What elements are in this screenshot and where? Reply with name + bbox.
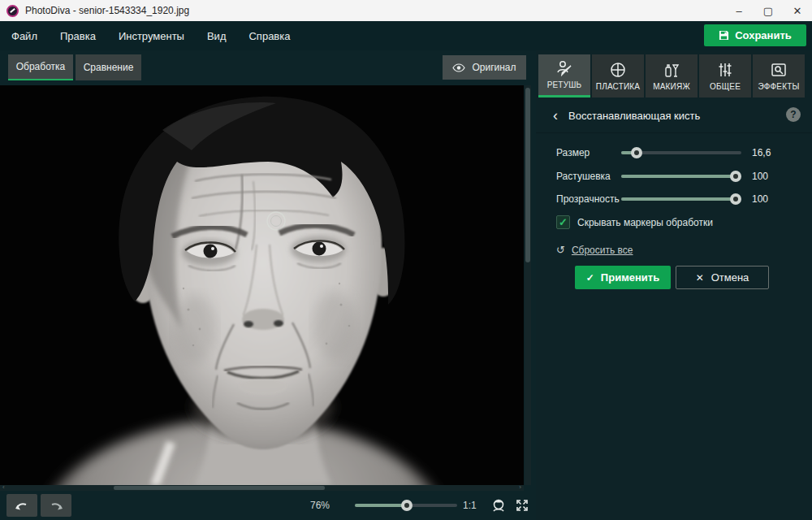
fit-face-button[interactable] <box>489 496 508 515</box>
zoom-slider-fill <box>355 504 407 507</box>
undo-icon <box>15 500 29 510</box>
tab-general[interactable]: ОБЩЕЕ <box>699 54 751 98</box>
opacity-label: Прозрачность <box>556 193 620 205</box>
vertical-scrollbar[interactable] <box>525 85 531 485</box>
original-button[interactable]: Оригинал <box>443 55 526 80</box>
menu-help[interactable]: Справка <box>237 21 301 50</box>
tab-retouch-label: РЕТУШЬ <box>547 80 582 89</box>
slider-row-feather: Растушевка 100 <box>536 168 812 184</box>
tab-effects-label: ЭФФЕКТЫ <box>758 82 799 91</box>
size-slider-thumb[interactable] <box>631 147 642 158</box>
hide-markers-checkbox[interactable]: ✓ <box>556 215 570 229</box>
tool-header: ‹ Восстанавливающая кисть ? <box>536 98 812 133</box>
feather-value: 100 <box>752 171 768 182</box>
cancel-button[interactable]: ✕ Отмена <box>676 266 769 289</box>
close-x-icon: ✕ <box>696 272 704 284</box>
opacity-value: 100 <box>752 193 768 205</box>
opacity-slider-fill <box>621 197 736 201</box>
fullscreen-button[interactable] <box>514 497 530 514</box>
face-icon <box>491 498 506 513</box>
zoom-1-1-button[interactable]: 1:1 <box>463 500 477 511</box>
plastic-icon <box>610 62 626 78</box>
reset-icon: ↺ <box>556 244 565 256</box>
tab-effects[interactable]: ЭФФЕКТЫ <box>753 54 805 98</box>
photodiva-logo-icon <box>6 5 19 17</box>
help-button[interactable]: ? <box>786 107 801 122</box>
effects-icon <box>771 62 787 78</box>
fullscreen-icon <box>516 499 529 512</box>
save-icon <box>719 30 729 41</box>
menu-edit[interactable]: Правка <box>49 21 107 50</box>
feather-slider-fill <box>621 175 736 178</box>
slider-row-opacity: Прозрачность 100 <box>536 191 812 207</box>
tab-general-label: ОБЩЕЕ <box>710 82 741 91</box>
menu-tools[interactable]: Инструменты <box>107 21 196 50</box>
tab-makeup-label: МАКИЯЖ <box>653 82 690 91</box>
slider-row-size: Размер 16,6 <box>536 145 812 161</box>
tab-comparison[interactable]: Сравнение <box>76 54 141 80</box>
size-label: Размер <box>556 147 590 158</box>
back-chevron-icon[interactable]: ‹ <box>547 107 564 124</box>
eye-icon <box>452 63 465 72</box>
check-icon: ✓ <box>586 272 594 284</box>
redo-icon <box>49 500 63 510</box>
feather-slider[interactable] <box>621 175 741 178</box>
apply-button[interactable]: ✓ Применить <box>575 266 671 289</box>
hide-markers-label: Скрывать маркеры обработки <box>577 217 713 228</box>
makeup-icon <box>663 62 680 78</box>
editor-left-area: Обработка Сравнение Оригинал <box>0 50 536 520</box>
size-slider-fill <box>621 151 637 154</box>
maximize-button[interactable]: ▢ <box>754 0 783 21</box>
feather-label: Растушевка <box>556 171 611 182</box>
status-bar: 76% 1:1 <box>0 491 536 520</box>
horizontal-scrollbar-thumb[interactable] <box>114 486 325 490</box>
tab-plastic-label: ПЛАСТИКА <box>596 82 640 91</box>
horizontal-scrollbar[interactable]: ‹ › <box>0 485 524 491</box>
retouch-icon <box>555 60 573 76</box>
zoom-slider-thumb[interactable] <box>401 500 412 511</box>
window-title: PhotoDiva - senior-1543334_1920.jpg <box>25 5 189 16</box>
menu-view[interactable]: Вид <box>196 21 238 50</box>
menu-bar: Файл Правка Инструменты Вид Справка Сохр… <box>0 21 812 50</box>
save-label: Сохранить <box>735 29 792 41</box>
tool-panel: РЕТУШЬ ПЛАСТИКА МАКИЯЖ ОБЩЕЕ ЭФФЕКТЫ ‹ В… <box>536 50 812 520</box>
reset-all-link[interactable]: Сбросить все <box>572 245 633 256</box>
opacity-slider-thumb[interactable] <box>730 193 741 205</box>
view-tabs: Обработка Сравнение Оригинал <box>0 50 536 85</box>
window-controls: – ▢ ✕ <box>724 0 812 21</box>
scroll-right-arrow-icon[interactable]: › <box>519 483 521 491</box>
zoom-slider[interactable] <box>355 504 457 507</box>
tab-plastic[interactable]: ПЛАСТИКА <box>592 54 644 98</box>
minimize-button[interactable]: – <box>724 0 754 21</box>
zoom-percentage: 76% <box>292 500 330 511</box>
original-label: Оригинал <box>472 62 516 73</box>
close-button[interactable]: ✕ <box>783 0 812 21</box>
size-slider[interactable] <box>621 151 741 154</box>
opacity-slider[interactable] <box>621 197 741 201</box>
redo-button[interactable] <box>41 494 71 517</box>
scroll-left-arrow-icon[interactable]: ‹ <box>2 483 5 491</box>
title-bar: PhotoDiva - senior-1543334_1920.jpg – ▢ … <box>0 0 812 21</box>
menu-file[interactable]: Файл <box>0 21 49 50</box>
apply-label: Применить <box>601 271 659 284</box>
hide-markers-row: ✓ Скрывать маркеры обработки <box>556 215 713 229</box>
portrait-image <box>0 85 524 485</box>
feather-slider-thumb[interactable] <box>730 171 741 182</box>
size-value: 16,6 <box>752 147 771 158</box>
save-button[interactable]: Сохранить <box>704 24 806 46</box>
cancel-label: Отмена <box>711 271 749 284</box>
panel-tabs: РЕТУШЬ ПЛАСТИКА МАКИЯЖ ОБЩЕЕ ЭФФЕКТЫ <box>538 54 810 98</box>
vertical-scrollbar-thumb[interactable] <box>525 88 530 262</box>
undo-button[interactable] <box>6 494 37 517</box>
general-icon <box>717 62 733 78</box>
tab-makeup[interactable]: МАКИЯЖ <box>646 54 698 98</box>
tab-retouch[interactable]: РЕТУШЬ <box>538 54 590 98</box>
reset-row: ↺ Сбросить все <box>556 244 633 256</box>
tab-processing[interactable]: Обработка <box>8 54 73 80</box>
photo-canvas[interactable] <box>0 85 524 485</box>
tool-title: Восстанавливающая кисть <box>568 110 700 122</box>
